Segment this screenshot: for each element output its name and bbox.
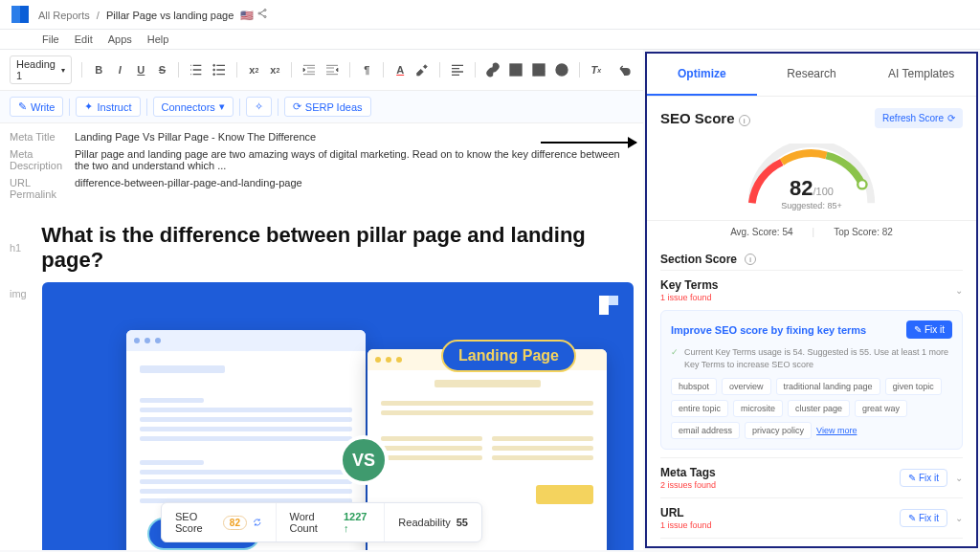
menu-help[interactable]: Help: [147, 33, 169, 45]
menu-edit[interactable]: Edit: [75, 33, 93, 45]
refresh-icon[interactable]: [253, 517, 262, 528]
svg-point-8: [536, 67, 539, 70]
align-button[interactable]: [450, 62, 465, 77]
breadcrumb-current[interactable]: Pillar Page vs landing page: [106, 10, 234, 21]
link-button[interactable]: [485, 62, 501, 77]
meta-title-label: Meta Title: [10, 131, 75, 143]
kt-tag[interactable]: privacy policy: [745, 422, 812, 439]
instruct-button[interactable]: ✦ Instruct: [76, 97, 140, 117]
chevron-down-icon: ⌄: [955, 513, 963, 523]
ai-button[interactable]: ✧: [246, 97, 272, 117]
meta-desc-value[interactable]: Pillar page and landing page are two ama…: [75, 148, 634, 171]
emoji-button[interactable]: [554, 62, 569, 77]
tab-optimize[interactable]: Optimize: [647, 54, 757, 96]
info-icon[interactable]: i: [745, 254, 756, 265]
header-block: All Reports / Pillar Page vs landing pag…: [38, 8, 268, 22]
ai-toolbar: ✎ Write ✦ Instruct Connectors ▾ ✧ ⟳ SERP…: [0, 91, 643, 123]
meta-section: Meta TitleLanding Page Vs Pillar Page - …: [0, 123, 643, 213]
app-logo: [11, 6, 29, 23]
svg-point-4: [213, 69, 215, 71]
doc-h1[interactable]: What is the difference between pillar pa…: [41, 223, 634, 273]
seo-sections[interactable]: Section Scorei Key Terms1 issue found ⌄ …: [647, 243, 976, 546]
acc-featured-snippet[interactable]: Featured SnippetAll good⌄: [660, 538, 963, 546]
tab-templates[interactable]: AI Templates: [866, 54, 976, 96]
kt-desc: Current Key Terms usage is 54. Suggested…: [671, 346, 952, 370]
underline-button[interactable]: U: [134, 62, 147, 77]
kt-tag[interactable]: cluster page: [788, 400, 850, 417]
hero-logo-icon: [599, 296, 618, 315]
svg-rect-6: [510, 64, 522, 76]
subscript-button[interactable]: x2: [247, 62, 260, 77]
stat-seo[interactable]: SEO Score 82: [162, 503, 277, 541]
unordered-list-button[interactable]: [212, 62, 227, 77]
svg-point-9: [556, 64, 568, 76]
kt-tag[interactable]: overview: [722, 378, 771, 395]
indent-right-button[interactable]: [324, 62, 340, 77]
seo-tabs: Optimize Research AI Templates: [647, 54, 976, 97]
app-bar: All Reports / Pillar Page vs landing pag…: [0, 0, 980, 30]
kt-tag[interactable]: given topic: [885, 378, 942, 395]
breadcrumb-root[interactable]: All Reports: [38, 10, 90, 21]
avg-score: Avg. Score: 54: [730, 227, 792, 237]
bold-button[interactable]: B: [92, 62, 105, 77]
seo-panel: Optimize Research AI Templates SEO Score…: [645, 52, 978, 548]
info-icon[interactable]: i: [739, 115, 750, 126]
svg-point-10: [858, 180, 866, 188]
meta-url-value[interactable]: difference-between-pillar-page-and-landi…: [75, 177, 634, 200]
view-more-link[interactable]: View more: [816, 426, 857, 435]
svg-point-3: [213, 64, 215, 66]
editor-pane: Heading 1▾ B I U S x2 x2 ¶ A: [0, 50, 643, 550]
highlight-button[interactable]: [414, 62, 430, 77]
kt-tag[interactable]: great way: [855, 400, 907, 417]
kt-tag[interactable]: traditional landing page: [776, 378, 880, 395]
write-button[interactable]: ✎ Write: [10, 97, 63, 117]
connectors-button[interactable]: Connectors ▾: [153, 97, 234, 117]
stat-words: Word Count 1227 ↑: [277, 503, 386, 541]
flag-icon[interactable]: 🇺🇸: [240, 10, 254, 21]
acc-url[interactable]: URL1 issue found✎ Fix it⌄: [660, 497, 963, 538]
acc-key-terms[interactable]: Key Terms1 issue found ⌄ Improve SEO sco…: [660, 270, 963, 457]
stats-bar: SEO Score 82 Word Count 1227 ↑ Readabili…: [161, 502, 482, 542]
strike-button[interactable]: S: [155, 62, 168, 77]
meta-url-label: URL Permalink: [10, 177, 75, 200]
heading-select[interactable]: Heading 1▾: [10, 55, 72, 84]
menu-apps[interactable]: Apps: [108, 33, 132, 45]
kt-fixit-button[interactable]: ✎Fix it: [906, 320, 952, 339]
pilcrow-button[interactable]: ¶: [360, 62, 373, 77]
serp-button[interactable]: ⟳ SERP Ideas: [284, 97, 371, 117]
breadcrumb[interactable]: All Reports / Pillar Page vs landing pag…: [38, 8, 268, 22]
clear-format-button[interactable]: Tx: [590, 62, 603, 77]
svg-point-1: [258, 12, 260, 14]
fixit-button[interactable]: ✎ Fix it: [900, 509, 947, 527]
kt-tag[interactable]: hubspot: [671, 378, 717, 395]
seo-score-title: SEO Scorei: [660, 110, 750, 127]
svg-point-5: [213, 74, 215, 76]
vs-badge: VS: [339, 435, 389, 485]
share-icon[interactable]: [256, 8, 268, 19]
acc-meta-tags[interactable]: Meta Tags2 issues found✎ Fix it⌄: [660, 457, 963, 497]
text-color-button[interactable]: A: [393, 62, 407, 77]
stat-read: Readability 55: [385, 509, 481, 536]
tab-research[interactable]: Research: [757, 54, 867, 96]
image-button[interactable]: [531, 62, 546, 77]
kt-tag[interactable]: entire topic: [671, 400, 728, 417]
top-score: Top Score: 82: [834, 227, 893, 237]
fixit-button[interactable]: ✎ Fix it: [900, 469, 947, 487]
kt-tag[interactable]: email address: [671, 422, 740, 439]
table-button[interactable]: [508, 62, 523, 77]
editor-body[interactable]: h1 What is the difference between pillar…: [0, 213, 643, 550]
ordered-list-button[interactable]: [189, 62, 204, 77]
kt-tag[interactable]: microsite: [733, 400, 783, 417]
landing-label: Landing Page: [441, 340, 576, 372]
refresh-score-button[interactable]: Refresh Score ⟳: [875, 108, 963, 128]
undo-button[interactable]: [618, 62, 634, 77]
section-score-title: Section Scorei: [660, 243, 963, 270]
menu-bar: File Edit Apps Help: [0, 30, 980, 50]
annotation-arrow: [541, 142, 636, 144]
superscript-button[interactable]: x2: [268, 62, 281, 77]
svg-point-2: [264, 15, 266, 17]
menu-file[interactable]: File: [42, 33, 59, 45]
italic-button[interactable]: I: [113, 62, 126, 77]
kt-title: Improve SEO score by fixing key terms: [671, 324, 866, 336]
indent-left-button[interactable]: [301, 62, 317, 77]
